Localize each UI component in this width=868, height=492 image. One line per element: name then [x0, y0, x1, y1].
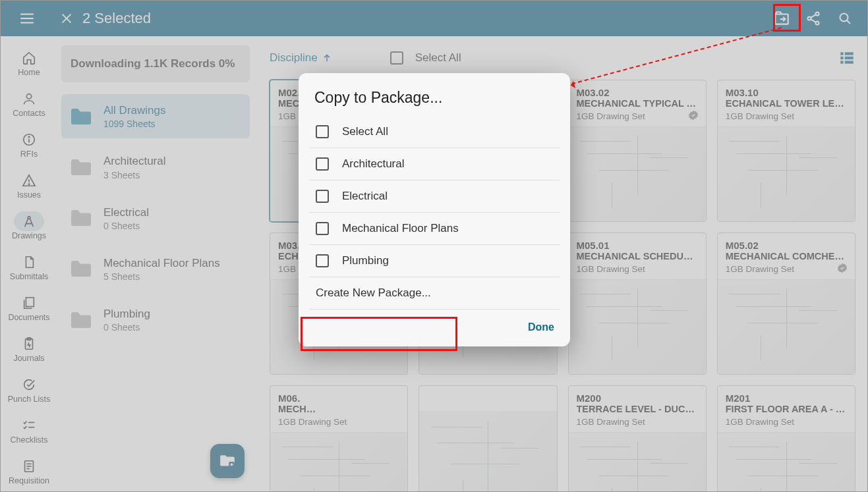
card-title: MECH…	[278, 404, 399, 414]
drawing-card[interactable]: M06. MECH… 1GB Drawing Set	[270, 385, 408, 491]
nav-documents[interactable]: Documents	[3, 288, 55, 329]
folder-architectural[interactable]: Architectural3 Sheets	[61, 145, 250, 189]
dialog-package-option[interactable]: Select All	[309, 116, 560, 148]
card-header: M05.02 MECHANICAL COMCHECK 1GB Drawing S…	[718, 233, 855, 280]
svg-point-6	[816, 13, 819, 16]
clipboard-icon	[22, 337, 36, 351]
list-view-toggle[interactable]	[838, 49, 855, 67]
nav-drawings[interactable]: Drawings	[3, 206, 55, 247]
svg-point-13	[26, 94, 31, 99]
card-title: ECHANICAL TOWER LEVEL 2 ENLARGED FL…	[726, 98, 847, 109]
dialog-done-button[interactable]: Done	[528, 321, 554, 333]
create-new-package-option[interactable]: Create New Package...	[309, 277, 560, 310]
select-all-checkbox[interactable]	[390, 51, 403, 65]
list-icon	[838, 49, 855, 67]
folder-icon	[69, 157, 93, 177]
dialog-package-option[interactable]: Electrical	[309, 180, 560, 213]
requisition-icon	[22, 459, 36, 474]
folder-icon	[69, 107, 93, 126]
folder-title: Plumbing	[103, 307, 150, 321]
folders-panel: Downloading 1.1K Records 0% All Drawings…	[57, 36, 258, 491]
nav-journals[interactable]: Journals	[3, 329, 55, 369]
svg-point-7	[808, 17, 811, 20]
package-checkbox[interactable]	[316, 190, 329, 203]
add-folder-fab[interactable]	[210, 444, 245, 478]
nav-requisition[interactable]: Requisition	[3, 451, 55, 492]
folder-add-icon	[219, 452, 236, 470]
card-thumbnail	[569, 127, 706, 221]
folder-electrical[interactable]: Electrical0 Sheets	[61, 196, 250, 240]
drawing-card[interactable]: 1GB Drawing Set	[419, 385, 557, 491]
folder-mechanical[interactable]: Mechanical Floor Plans5 Sheets	[61, 247, 250, 291]
card-header: M201 FIRST FLOOR AREA A - DUCTWORK PLAN …	[718, 386, 855, 433]
folder-plumbing[interactable]: Plumbing0 Sheets	[61, 298, 250, 342]
drawing-card[interactable]: M03.10 ECHANICAL TOWER LEVEL 2 ENLARGED …	[717, 80, 855, 222]
nav-rfis[interactable]: RFIs	[3, 124, 55, 165]
nav-punchlists[interactable]: Punch Lists	[3, 369, 55, 410]
card-set: 1GB Drawing Set	[726, 264, 847, 274]
close-selection-button[interactable]	[53, 1, 80, 36]
folder-move-icon	[773, 10, 790, 27]
dialog-package-option[interactable]: Architectural	[309, 148, 560, 180]
drawing-card[interactable]: M201 FIRST FLOOR AREA A - DUCTWORK PLAN …	[717, 385, 855, 491]
nav-home[interactable]: Home	[3, 43, 55, 84]
card-set: 1GB Drawing Set	[726, 417, 847, 427]
card-number: M03.10	[726, 87, 847, 98]
appbar-title: 2 Selected	[82, 10, 151, 27]
nav-label: Requisition	[9, 476, 49, 485]
package-checkbox[interactable]	[316, 125, 329, 138]
svg-point-16	[28, 136, 29, 137]
card-set: 1GB Drawing Set	[726, 111, 847, 121]
sort-chip[interactable]: Discipline	[270, 51, 332, 65]
drawing-card[interactable]: M05.02 MECHANICAL COMCHECK 1GB Drawing S…	[717, 232, 855, 375]
folder-count: 1099 Sheets	[103, 119, 165, 129]
folder-icon	[69, 259, 93, 279]
drawing-card[interactable]: M03.02 MECHANICAL TYPICAL UNIT FLOOR PLA…	[568, 80, 707, 222]
card-thumbnail	[270, 433, 407, 491]
nav-issues[interactable]: Issues	[3, 165, 55, 206]
hamburger-menu-button[interactable]	[1, 1, 53, 36]
target-check-icon	[22, 377, 36, 392]
dialog-package-option[interactable]: Plumbing	[309, 245, 560, 277]
folder-count: 5 Sheets	[103, 271, 220, 282]
folder-icon	[69, 310, 93, 330]
nav-checklists[interactable]: Checklists	[3, 410, 55, 451]
package-checkbox[interactable]	[316, 254, 329, 267]
card-set: 1GB Drawing Set	[577, 264, 698, 274]
drawing-card[interactable]: M200 TERRACE LEVEL - DUCTWORK FLOOR PL… …	[568, 385, 707, 491]
copy-to-package-dialog: Copy to Package... Select AllArchitectur…	[299, 73, 570, 346]
card-title: MECHANICAL COMCHECK	[726, 251, 847, 261]
dialog-package-option[interactable]: Mechanical Floor Plans	[309, 213, 560, 245]
nav-label: Submittals	[10, 272, 48, 281]
nav-label: Journals	[13, 354, 44, 363]
select-all-label: Select All	[415, 51, 461, 65]
nav-label: Home	[18, 68, 40, 77]
share-button[interactable]	[804, 9, 823, 28]
nav-label: RFIs	[20, 150, 38, 159]
nav-submittals[interactable]: Submittals	[3, 247, 55, 288]
folder-count: 0 Sheets	[103, 221, 149, 231]
folder-title: Electrical	[103, 205, 149, 219]
nav-contacts[interactable]: Contacts	[3, 84, 55, 124]
package-checkbox[interactable]	[316, 222, 329, 235]
svg-rect-35	[845, 61, 854, 63]
folder-all-drawings[interactable]: All Drawings1099 Sheets	[61, 94, 250, 138]
drawing-card[interactable]: M05.01 MECHANICAL SCHEDULES 1GB Drawing …	[568, 232, 707, 375]
card-number: M05.01	[577, 240, 698, 251]
copy-to-package-button[interactable]	[772, 9, 791, 28]
document-icon	[22, 255, 36, 269]
card-number: M05.02	[726, 240, 847, 251]
card-thumbnail	[718, 433, 855, 491]
folder-list: All Drawings1099 Sheets Architectural3 S…	[61, 94, 250, 342]
nav-label: Checklists	[11, 435, 48, 445]
folder-count: 0 Sheets	[103, 322, 150, 333]
package-option-label: Plumbing	[342, 254, 389, 267]
svg-rect-34	[845, 57, 854, 59]
svg-line-9	[811, 14, 816, 18]
package-checkbox[interactable]	[316, 157, 329, 171]
card-number: M03.02	[577, 87, 698, 98]
arrow-up-icon	[322, 53, 332, 63]
search-button[interactable]	[836, 9, 854, 28]
nav-rail: Home Contacts RFIs Issues Drawings Submi…	[1, 36, 57, 491]
svg-point-18	[28, 184, 29, 184]
